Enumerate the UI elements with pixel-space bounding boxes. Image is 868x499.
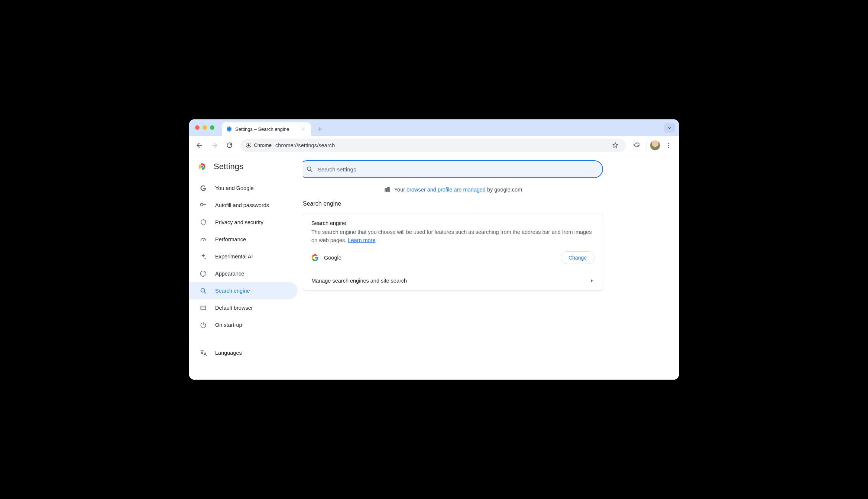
extensions-button[interactable] bbox=[630, 139, 644, 152]
reload-button[interactable] bbox=[223, 139, 236, 152]
google-g-icon bbox=[200, 184, 207, 192]
power-icon bbox=[200, 321, 207, 329]
settings-search-box[interactable] bbox=[303, 160, 603, 178]
nav-languages[interactable]: Languages bbox=[189, 344, 298, 361]
managed-link[interactable]: browser and profile are managed bbox=[407, 187, 486, 193]
forward-button[interactable] bbox=[208, 139, 221, 152]
browser-window: Settings – Search engine Chrome bbox=[189, 119, 679, 380]
tab-strip: Settings – Search engine bbox=[189, 119, 679, 136]
speedometer-icon bbox=[200, 236, 207, 243]
card-description: The search engine that you choose will b… bbox=[311, 228, 595, 245]
managed-text: Your browser and profile are managed by … bbox=[394, 187, 522, 193]
chrome-logo-icon bbox=[197, 162, 207, 171]
change-button[interactable]: Change bbox=[561, 251, 595, 264]
svg-point-4 bbox=[668, 145, 669, 146]
nav-on-startup[interactable]: On start-up bbox=[189, 316, 298, 334]
chevron-right-icon bbox=[589, 278, 595, 283]
search-engine-section: Search engine The search engine that you… bbox=[303, 213, 603, 271]
toolbar-divider bbox=[647, 141, 647, 149]
nav-label: Privacy and security bbox=[215, 219, 263, 225]
nav-appearance[interactable]: Appearance bbox=[189, 265, 298, 282]
nav-divider bbox=[189, 339, 303, 339]
chrome-menu-button[interactable] bbox=[662, 139, 675, 152]
svg-point-3 bbox=[668, 143, 669, 144]
tab-search-button[interactable] bbox=[664, 123, 675, 133]
nav-performance[interactable]: Performance bbox=[189, 231, 298, 248]
nav-label: Languages bbox=[215, 350, 242, 356]
settings-nav: You and Google Autofill and passwords Pr… bbox=[189, 180, 303, 334]
svg-point-2 bbox=[247, 144, 249, 146]
url-text: chrome://settings/search bbox=[275, 142, 335, 148]
address-bar[interactable]: Chrome chrome://settings/search bbox=[240, 139, 626, 152]
svg-point-11 bbox=[204, 273, 205, 274]
search-icon bbox=[306, 165, 313, 173]
manage-engines-row[interactable]: Manage search engines and site search bbox=[303, 271, 603, 290]
nav-label: Experimental AI bbox=[215, 254, 253, 260]
nav-label: Default browser bbox=[215, 305, 253, 311]
chrome-small-icon bbox=[246, 142, 252, 148]
nav-autofill[interactable]: Autofill and passwords bbox=[189, 197, 298, 214]
settings-search-input[interactable] bbox=[318, 166, 596, 173]
nav-label: Performance bbox=[215, 236, 246, 242]
nav-experimental-ai[interactable]: Experimental AI bbox=[189, 248, 298, 265]
domain-icon bbox=[384, 186, 391, 193]
search-engine-card: Search engine The search engine that you… bbox=[303, 213, 603, 291]
settings-sidebar: Settings You and Google Autofill and pas… bbox=[189, 155, 303, 380]
nav-label: On start-up bbox=[215, 322, 242, 328]
section-title: Search engine bbox=[303, 200, 664, 207]
current-engine-row: Google Change bbox=[311, 251, 595, 264]
settings-nav-secondary: Languages bbox=[189, 344, 303, 361]
close-window-button[interactable] bbox=[195, 125, 200, 130]
translate-icon bbox=[200, 349, 207, 357]
learn-more-link[interactable]: Learn more bbox=[348, 237, 375, 243]
nav-label: Search engine bbox=[215, 288, 250, 294]
minimize-window-button[interactable] bbox=[203, 125, 207, 130]
card-heading: Search engine bbox=[311, 220, 595, 226]
manage-engines-label: Manage search engines and site search bbox=[311, 278, 407, 284]
nav-label: You and Google bbox=[215, 185, 253, 191]
google-favicon-icon bbox=[311, 254, 319, 261]
current-engine-name: Google bbox=[324, 255, 341, 261]
nav-label: Appearance bbox=[215, 271, 244, 277]
toolbar: Chrome chrome://settings/search bbox=[189, 136, 679, 155]
profile-avatar[interactable] bbox=[650, 140, 660, 151]
palette-icon bbox=[200, 270, 207, 277]
nav-default-browser[interactable]: Default browser bbox=[189, 299, 298, 316]
nav-search-engine[interactable]: Search engine bbox=[189, 282, 298, 299]
browser-tab[interactable]: Settings – Search engine bbox=[222, 122, 311, 136]
nav-privacy[interactable]: Privacy and security bbox=[189, 214, 298, 231]
shield-icon bbox=[200, 219, 207, 226]
site-chip: Chrome bbox=[246, 142, 272, 148]
managed-notice: Your browser and profile are managed by … bbox=[303, 186, 603, 193]
fullscreen-window-button[interactable] bbox=[210, 125, 214, 130]
search-icon bbox=[200, 287, 207, 294]
window-controls bbox=[195, 119, 214, 136]
settings-gear-icon bbox=[226, 126, 232, 132]
tab-title: Settings – Search engine bbox=[235, 126, 298, 132]
sparkle-icon bbox=[200, 253, 207, 260]
nav-you-and-google[interactable]: You and Google bbox=[189, 180, 298, 197]
svg-point-10 bbox=[203, 272, 204, 273]
bookmark-star-icon[interactable] bbox=[610, 140, 621, 151]
sidebar-header: Settings bbox=[189, 155, 303, 178]
new-tab-button[interactable] bbox=[315, 124, 325, 134]
nav-label: Autofill and passwords bbox=[215, 202, 269, 208]
settings-content: Settings You and Google Autofill and pas… bbox=[189, 155, 679, 380]
svg-rect-13 bbox=[201, 306, 205, 310]
site-chip-label: Chrome bbox=[254, 142, 272, 148]
back-button[interactable] bbox=[193, 139, 206, 152]
svg-point-9 bbox=[202, 273, 203, 274]
close-tab-button[interactable] bbox=[301, 126, 307, 132]
svg-point-5 bbox=[668, 147, 669, 148]
sidebar-title: Settings bbox=[214, 162, 243, 171]
browser-window-icon bbox=[200, 304, 207, 312]
settings-main: Your browser and profile are managed by … bbox=[303, 155, 679, 380]
key-icon bbox=[200, 202, 207, 209]
